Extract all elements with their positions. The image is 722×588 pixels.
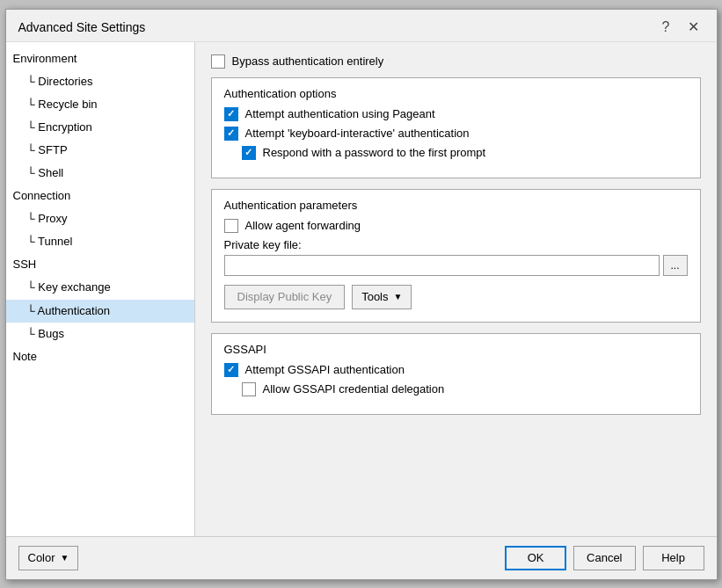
- allow-agent-checkbox[interactable]: [224, 219, 238, 233]
- sidebar-item-recycle-bin[interactable]: └ Recycle bin: [6, 93, 194, 116]
- attempt-keyboard-label[interactable]: Attempt 'keyboard-interactive' authentic…: [245, 127, 470, 140]
- sidebar-item-label-ssh: SSH: [13, 255, 37, 274]
- respond-password-checkbox[interactable]: [242, 146, 256, 160]
- dialog-body: Environment└ Directories└ Recycle bin└ E…: [6, 42, 717, 536]
- bypass-auth-checkbox[interactable]: [211, 54, 225, 69]
- sidebar-item-label-connection: Connection: [13, 186, 71, 206]
- tools-dropdown-arrow: ▼: [394, 292, 403, 301]
- ok-button[interactable]: OK: [505, 546, 566, 570]
- sidebar-item-key-exchange[interactable]: └ Key exchange: [6, 276, 194, 299]
- sidebar-item-directories[interactable]: └ Directories: [6, 70, 194, 93]
- sidebar-item-label-environment: Environment: [13, 49, 77, 69]
- action-buttons-row: Display Public Key Tools ▼: [224, 285, 688, 309]
- display-public-key-button[interactable]: Display Public Key: [224, 285, 346, 309]
- sidebar-item-label-tunnel: └ Tunnel: [27, 232, 73, 251]
- auth-params-label: Authentication parameters: [224, 199, 688, 212]
- color-dropdown-arrow: ▼: [61, 553, 69, 563]
- browse-button[interactable]: ...: [663, 255, 688, 276]
- sidebar-item-label-sftp: └ SFTP: [27, 141, 68, 160]
- content-area: Bypass authentication entirely Authentic…: [195, 42, 717, 536]
- color-label: Color: [28, 551, 55, 564]
- sidebar-item-ssh[interactable]: SSH: [6, 253, 194, 276]
- gssapi-section: GSSAPI Attempt GSSAPI authentication All…: [211, 333, 701, 415]
- respond-password-row: Respond with a password to the first pro…: [224, 146, 688, 160]
- sidebar: Environment└ Directories└ Recycle bin└ E…: [6, 42, 195, 536]
- cancel-button[interactable]: Cancel: [573, 546, 635, 570]
- respond-password-label[interactable]: Respond with a password to the first pro…: [263, 146, 486, 159]
- sidebar-item-authentication[interactable]: └ Authentication: [6, 300, 194, 323]
- footer-left: Color ▼: [18, 546, 79, 570]
- sidebar-item-label-bugs: └ Bugs: [27, 324, 64, 344]
- attempt-keyboard-row: Attempt 'keyboard-interactive' authentic…: [224, 127, 688, 141]
- sidebar-item-label-note: Note: [13, 347, 37, 367]
- private-key-input[interactable]: [224, 255, 660, 276]
- title-bar-controls: ? ✕: [657, 18, 704, 36]
- auth-options-section: Authentication options Attempt authentic…: [211, 77, 701, 178]
- allow-credential-label[interactable]: Allow GSSAPI credential delegation: [263, 382, 445, 396]
- gssapi-label: GSSAPI: [224, 343, 688, 356]
- sidebar-item-label-shell: └ Shell: [27, 163, 64, 183]
- attempt-keyboard-checkbox[interactable]: [224, 127, 238, 141]
- attempt-pageant-checkbox[interactable]: [224, 107, 238, 121]
- sidebar-item-sftp[interactable]: └ SFTP: [6, 139, 194, 162]
- sidebar-item-bugs[interactable]: └ Bugs: [6, 323, 194, 345]
- private-key-label: Private key file:: [224, 238, 688, 251]
- sidebar-item-proxy[interactable]: └ Proxy: [6, 207, 194, 230]
- tools-label: Tools: [361, 290, 388, 303]
- close-button[interactable]: ✕: [682, 18, 704, 36]
- auth-params-section: Authentication parameters Allow agent fo…: [211, 189, 701, 323]
- sidebar-item-shell[interactable]: └ Shell: [6, 162, 194, 185]
- dialog: Advanced Site Settings ? ✕ Environment└ …: [5, 9, 718, 580]
- attempt-gssapi-checkbox[interactable]: [224, 363, 238, 377]
- footer-right: OK Cancel Help: [505, 546, 704, 570]
- sidebar-item-label-proxy: └ Proxy: [27, 209, 68, 229]
- allow-credential-checkbox[interactable]: [242, 382, 256, 396]
- sidebar-item-label-directories: └ Directories: [27, 72, 93, 91]
- help-footer-button[interactable]: Help: [643, 546, 704, 570]
- attempt-gssapi-row: Attempt GSSAPI authentication: [224, 363, 688, 377]
- allow-credential-row: Allow GSSAPI credential delegation: [224, 382, 688, 396]
- attempt-pageant-row: Attempt authentication using Pageant: [224, 107, 688, 121]
- dialog-footer: Color ▼ OK Cancel Help: [6, 536, 717, 579]
- sidebar-item-connection[interactable]: Connection: [6, 185, 194, 207]
- color-button[interactable]: Color ▼: [18, 546, 79, 570]
- title-bar: Advanced Site Settings ? ✕: [6, 10, 717, 42]
- bypass-auth-label[interactable]: Bypass authentication entirely: [232, 54, 384, 68]
- allow-agent-label[interactable]: Allow agent forwarding: [245, 219, 361, 232]
- sidebar-item-label-key-exchange: └ Key exchange: [27, 278, 111, 297]
- attempt-pageant-label[interactable]: Attempt authentication using Pageant: [245, 107, 435, 120]
- auth-options-label: Authentication options: [224, 87, 688, 100]
- sidebar-item-label-authentication: └ Authentication: [27, 301, 111, 321]
- sidebar-item-label-encryption: └ Encryption: [27, 118, 92, 137]
- allow-agent-row: Allow agent forwarding: [224, 219, 688, 233]
- sidebar-item-label-recycle-bin: └ Recycle bin: [27, 95, 98, 114]
- bypass-auth-row: Bypass authentication entirely: [211, 54, 701, 69]
- sidebar-item-note[interactable]: Note: [6, 345, 194, 368]
- sidebar-item-tunnel[interactable]: └ Tunnel: [6, 230, 194, 253]
- sidebar-item-environment[interactable]: Environment: [6, 47, 194, 70]
- help-title-button[interactable]: ?: [657, 18, 675, 36]
- tools-button[interactable]: Tools ▼: [352, 285, 412, 309]
- dialog-title: Advanced Site Settings: [18, 20, 146, 34]
- sidebar-item-encryption[interactable]: └ Encryption: [6, 116, 194, 139]
- private-key-row: ...: [224, 255, 688, 276]
- attempt-gssapi-label[interactable]: Attempt GSSAPI authentication: [245, 363, 405, 376]
